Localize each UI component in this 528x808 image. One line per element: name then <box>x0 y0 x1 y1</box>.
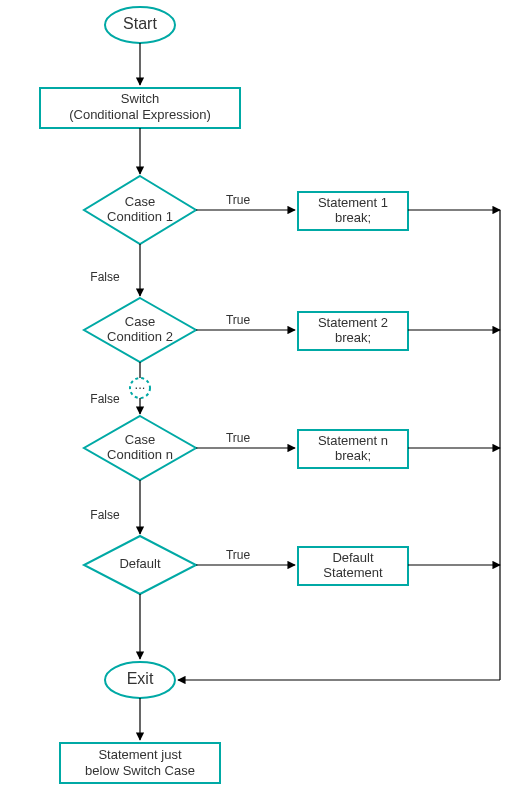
switch-label-2: (Conditional Expression) <box>69 107 211 122</box>
stmtn-label-2: break; <box>335 448 371 463</box>
switch-label-1: Switch <box>121 91 159 106</box>
below-label-2: below Switch Case <box>85 763 195 778</box>
stmt2-label-1: Statement 2 <box>318 315 388 330</box>
switch-flowchart: Start Switch (Conditional Expression) Ca… <box>0 0 528 808</box>
edge-label-true-def: True <box>226 548 251 562</box>
edge-label-false-2: False <box>90 392 120 406</box>
below-label-1: Statement just <box>98 747 181 762</box>
edge-label-true-2: True <box>226 313 251 327</box>
stmt1-label-1: Statement 1 <box>318 195 388 210</box>
edge-label-false-1: False <box>90 270 120 284</box>
case2-label-1: Case <box>125 314 155 329</box>
stmt2-label-2: break; <box>335 330 371 345</box>
case1-label-1: Case <box>125 194 155 209</box>
stmtdef-label-2: Statement <box>323 565 383 580</box>
casen-label-1: Case <box>125 432 155 447</box>
start-label: Start <box>123 15 157 32</box>
case1-label-2: Condition 1 <box>107 209 173 224</box>
stmt1-label-2: break; <box>335 210 371 225</box>
stmtdef-label-1: Default <box>332 550 374 565</box>
exit-label: Exit <box>127 670 154 687</box>
ellipsis-label: ... <box>135 377 146 392</box>
stmtn-label-1: Statement n <box>318 433 388 448</box>
case2-label-2: Condition 2 <box>107 329 173 344</box>
casen-label-2: Condition n <box>107 447 173 462</box>
edge-label-true-n: True <box>226 431 251 445</box>
edge-label-false-n: False <box>90 508 120 522</box>
edge-label-true-1: True <box>226 193 251 207</box>
default-label: Default <box>119 556 161 571</box>
